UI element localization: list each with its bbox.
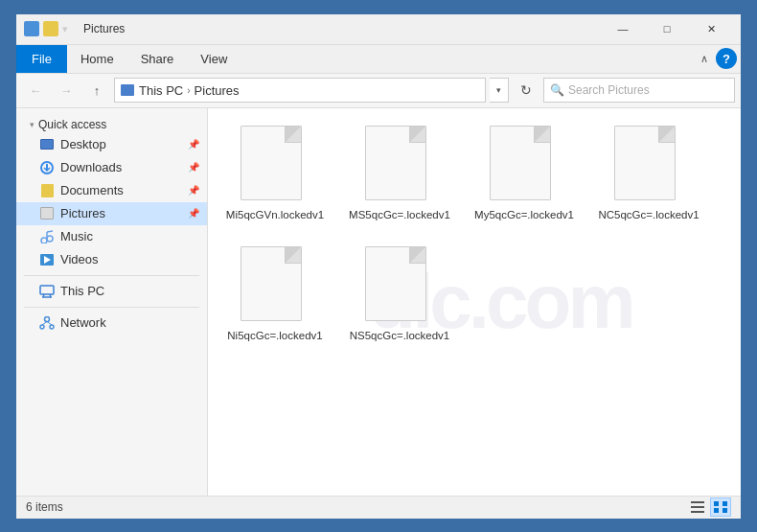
- menu-home[interactable]: Home: [67, 45, 127, 73]
- view-controls: [687, 497, 731, 517]
- svg-point-3: [47, 236, 53, 242]
- refresh-button[interactable]: ↻: [513, 77, 539, 104]
- file-item[interactable]: My5qcGc=.lockedv1: [467, 118, 582, 230]
- sidebar-music-label: Music: [60, 229, 93, 243]
- details-view-button[interactable]: [687, 497, 708, 517]
- svg-rect-15: [691, 501, 704, 503]
- sidebar-item-pictures[interactable]: Pictures 📌: [16, 202, 207, 225]
- address-path-item: This PC › Pictures: [121, 83, 240, 98]
- sidebar-videos-label: Videos: [60, 252, 99, 266]
- files-grid: Mi5qcGVn.lockedv1 MS5qcGc=.lockedv1 My5q…: [218, 118, 731, 352]
- item-count: 6 items: [26, 500, 63, 514]
- sidebar-item-desktop[interactable]: Desktop 📌: [16, 133, 207, 156]
- pictures-icon: [40, 207, 54, 220]
- sidebar-item-videos[interactable]: Videos: [16, 248, 207, 271]
- sidebar-item-downloads[interactable]: Downloads 📌: [16, 156, 207, 179]
- forward-button[interactable]: →: [53, 77, 80, 104]
- file-item[interactable]: NC5qcGc=.lockedv1: [591, 118, 706, 230]
- network-icon: [39, 316, 55, 330]
- menu-file[interactable]: File: [16, 45, 67, 73]
- file-name-3: My5qcGc=.lockedv1: [474, 208, 574, 222]
- svg-line-13: [42, 321, 47, 325]
- music-icon: [40, 230, 54, 243]
- window-controls: — □ ✕: [601, 13, 733, 44]
- sidebar-documents-label: Documents: [60, 183, 124, 197]
- minimize-button[interactable]: —: [601, 13, 645, 44]
- doc-page-4: [614, 126, 676, 200]
- path-chevron-1: ›: [185, 85, 192, 96]
- svg-point-10: [45, 316, 50, 321]
- svg-rect-18: [714, 501, 719, 506]
- sidebar-sep-1: [24, 275, 199, 276]
- svg-point-2: [41, 238, 47, 243]
- address-dropdown[interactable]: ▾: [490, 78, 509, 103]
- maximize-button[interactable]: □: [645, 13, 689, 44]
- svg-rect-16: [691, 506, 704, 508]
- quick-access-header[interactable]: ▾ Quick access: [16, 114, 207, 133]
- sidebar-item-thispc[interactable]: This PC: [16, 280, 207, 303]
- file-icon-6: [365, 246, 434, 323]
- search-icon: 🔍: [550, 83, 564, 97]
- file-item[interactable]: Ni5qcGc=.lockedv1: [218, 239, 333, 351]
- file-name-2: MS5qcGc=.lockedv1: [349, 208, 450, 222]
- file-name-4: NC5qcGc=.lockedv1: [598, 208, 699, 222]
- sidebar-sep-2: [24, 307, 199, 308]
- pin-icon-downloads: 📌: [188, 162, 199, 173]
- sidebar-pictures-label: Pictures: [60, 206, 105, 220]
- address-path[interactable]: This PC › Pictures: [114, 78, 486, 103]
- search-box[interactable]: 🔍 Search Pictures: [543, 78, 735, 103]
- file-item[interactable]: MS5qcGc=.lockedv1: [342, 118, 457, 230]
- file-name-5: Ni5qcGc=.lockedv1: [227, 329, 322, 343]
- toolbar-chevron: ▾: [62, 21, 78, 36]
- file-icon-1: [241, 126, 310, 202]
- large-icons-view-button[interactable]: [710, 497, 731, 517]
- svg-rect-6: [40, 286, 54, 294]
- menu-bar-right: ∧ ?: [695, 48, 741, 69]
- documents-icon: [41, 184, 54, 197]
- doc-page-2: [365, 126, 426, 200]
- this-pc-label: This PC: [139, 83, 183, 98]
- up-button[interactable]: ↑: [83, 77, 110, 104]
- toolbar-icon-1: [24, 21, 39, 36]
- sidebar-network-label: Network: [60, 315, 106, 330]
- pin-icon-documents: 📌: [188, 185, 199, 196]
- doc-page-3: [490, 126, 551, 200]
- file-item[interactable]: NS5qcGc=.lockedv1: [342, 239, 457, 351]
- file-item[interactable]: Mi5qcGVn.lockedv1: [218, 118, 333, 230]
- file-icon-4: [614, 126, 683, 202]
- menu-view[interactable]: View: [187, 45, 241, 73]
- sidebar-item-network[interactable]: Network: [16, 312, 207, 335]
- address-bar: ← → ↑ This PC › Pictures ▾ ↻ 🔍 Search Pi…: [16, 74, 741, 108]
- window-title: Pictures: [83, 22, 601, 35]
- file-name-1: Mi5qcGVn.lockedv1: [226, 208, 324, 222]
- help-button[interactable]: ?: [716, 48, 737, 69]
- explorer-window: ▾ Pictures — □ ✕ File Home Share View ∧ …: [14, 12, 743, 520]
- thispc-icon: [39, 285, 55, 298]
- pin-icon-desktop: 📌: [188, 139, 199, 150]
- sidebar-downloads-label: Downloads: [60, 160, 122, 174]
- doc-page-1: [241, 126, 302, 200]
- toolbar-icon-2: [43, 21, 58, 36]
- back-button[interactable]: ←: [22, 77, 49, 104]
- title-bar: ▾ Pictures — □ ✕: [16, 14, 741, 45]
- pictures-label: Pictures: [195, 83, 240, 98]
- svg-point-11: [40, 325, 44, 329]
- svg-point-12: [50, 325, 54, 329]
- ribbon-toggle[interactable]: ∧: [695, 51, 714, 67]
- file-icon-5: [241, 246, 310, 323]
- sidebar-thispc-label: This PC: [60, 284, 104, 298]
- file-name-6: NS5qcGc=.lockedv1: [350, 329, 450, 343]
- menu-share[interactable]: Share: [127, 45, 188, 73]
- sidebar-item-music[interactable]: Music: [16, 225, 207, 248]
- doc-page-6: [365, 246, 426, 321]
- close-button[interactable]: ✕: [689, 13, 733, 44]
- main-content: ▾ Quick access Desktop 📌 Downloads: [16, 108, 741, 496]
- sidebar: ▾ Quick access Desktop 📌 Downloads: [16, 108, 208, 496]
- svg-line-5: [47, 231, 53, 232]
- quick-access-label: Quick access: [38, 118, 106, 131]
- sidebar-item-documents[interactable]: Documents 📌: [16, 179, 207, 202]
- desktop-icon: [40, 139, 54, 150]
- videos-icon: [40, 254, 54, 266]
- svg-line-14: [47, 321, 52, 325]
- status-bar: 6 items: [16, 496, 741, 519]
